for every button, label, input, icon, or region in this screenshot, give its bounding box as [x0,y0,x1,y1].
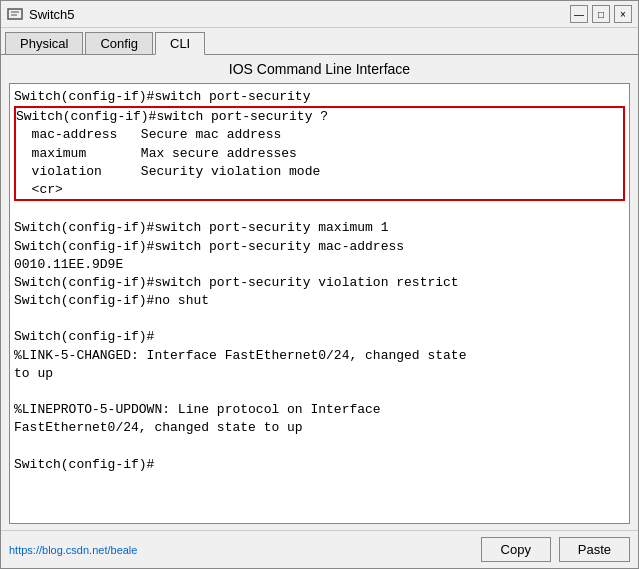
window-title: Switch5 [29,7,75,22]
section-title: IOS Command Line Interface [9,61,630,77]
paste-button[interactable]: Paste [559,537,630,562]
tab-physical[interactable]: Physical [5,32,83,54]
cli-text-before: Switch(config-if)#switch port-security [14,88,625,106]
tab-cli[interactable]: CLI [155,32,205,55]
app-icon [7,6,23,22]
bottom-bar: https://blog.csdn.net/beale Copy Paste [1,530,638,568]
main-content: IOS Command Line Interface Switch(config… [1,55,638,530]
copy-button[interactable]: Copy [481,537,551,562]
title-bar: Switch5 — □ × [1,1,638,28]
svg-rect-0 [8,9,22,19]
tab-config[interactable]: Config [85,32,153,54]
close-button[interactable]: × [614,5,632,23]
cli-outer: Switch(config-if)#switch port-security S… [9,83,630,524]
footer-link: https://blog.csdn.net/beale [9,544,137,556]
title-bar-left: Switch5 [7,6,75,22]
cli-scroll[interactable]: Switch(config-if)#switch port-security S… [10,84,629,523]
maximize-button[interactable]: □ [592,5,610,23]
title-bar-controls: — □ × [570,5,632,23]
main-window: Switch5 — □ × Physical Config CLI IOS Co… [0,0,639,569]
cli-text-after: Switch(config-if)#switch port-security m… [14,201,625,474]
cli-red-box: Switch(config-if)#switch port-security ?… [14,106,625,201]
cli-text-boxed: Switch(config-if)#switch port-security ?… [16,108,623,199]
minimize-button[interactable]: — [570,5,588,23]
tab-bar: Physical Config CLI [1,28,638,55]
